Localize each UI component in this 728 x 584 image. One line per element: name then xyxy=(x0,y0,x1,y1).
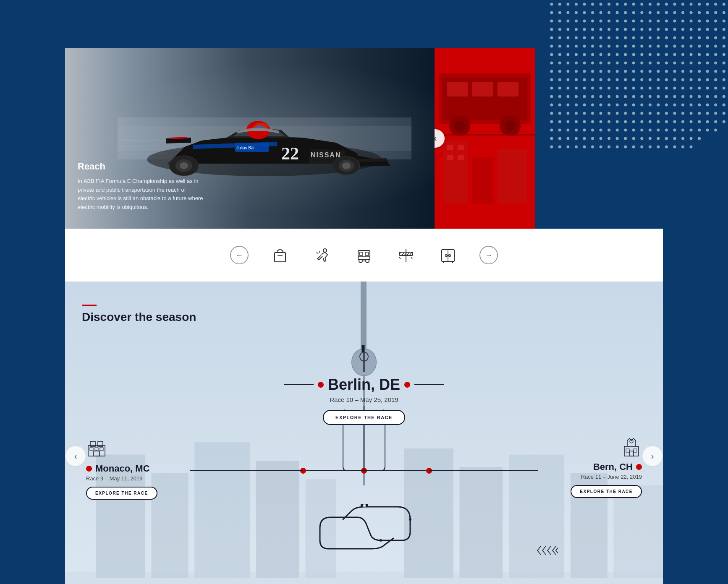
svg-rect-99 xyxy=(626,449,629,452)
monaco-icon xyxy=(86,437,157,460)
hero-section: 22 Julius Bär NISSAN Reach In xyxy=(65,48,663,229)
svg-rect-28 xyxy=(443,141,468,203)
shopping-bag-icon[interactable] xyxy=(270,245,291,266)
season-section: Discover the season xyxy=(65,282,663,584)
svg-rect-41 xyxy=(359,252,363,256)
svg-point-37 xyxy=(323,249,327,252)
race-map-container: ‹ xyxy=(65,336,663,576)
berlin-line-right xyxy=(414,384,444,385)
svg-rect-22 xyxy=(498,82,519,96)
svg-point-103 xyxy=(380,539,382,542)
svg-marker-111 xyxy=(555,546,558,555)
svg-point-84 xyxy=(426,468,432,474)
hero-text-overlay: Reach In ABB FIA Formula E Championship … xyxy=(78,161,204,212)
berlin-line-left xyxy=(284,384,314,385)
svg-point-102 xyxy=(409,518,411,521)
berlin-dot-right xyxy=(404,382,410,388)
speed-chevrons xyxy=(537,546,558,555)
bern-icon xyxy=(571,437,642,458)
svg-rect-93 xyxy=(94,451,100,456)
monaco-city-title: Monaco, MC xyxy=(86,463,157,474)
hero-description: In ABB FIA Formula E Championship as wel… xyxy=(78,177,204,212)
svg-text:Julius Bär: Julius Bär xyxy=(236,146,255,150)
race-track-outline xyxy=(297,498,431,563)
hero-red-panel: ‹ xyxy=(435,48,535,229)
icon-nav-next-button[interactable]: → xyxy=(479,246,498,264)
berlin-explore-wrapper: EXPLORE THE RACE xyxy=(284,410,444,425)
race-nav-prev-button[interactable]: ‹ xyxy=(65,446,86,467)
svg-rect-92 xyxy=(100,448,103,451)
arrow-right-icon: → xyxy=(485,251,492,260)
race-nav-right-icon: › xyxy=(651,451,654,461)
massage-relax-icon[interactable] xyxy=(312,245,333,266)
svg-rect-20 xyxy=(447,82,468,96)
svg-marker-109 xyxy=(547,546,551,555)
hero-title: Reach xyxy=(78,161,204,172)
race-barrier-icon[interactable] xyxy=(395,245,416,266)
bern-explore-button[interactable]: EXPLORE THE RACE xyxy=(571,485,642,498)
svg-line-53 xyxy=(409,252,412,256)
svg-rect-21 xyxy=(472,82,493,96)
storage-locker-icon[interactable] xyxy=(437,245,458,266)
svg-line-38 xyxy=(317,252,318,254)
svg-rect-106 xyxy=(366,504,368,507)
berlin-city-name: Berlin, DE xyxy=(328,376,400,394)
svg-line-54 xyxy=(399,257,401,259)
svg-point-82 xyxy=(300,468,306,474)
bern-race-date: Race 11 – June 22, 2019 xyxy=(571,474,642,480)
berlin-dot-left xyxy=(318,382,324,388)
icon-nav-prev-button[interactable]: ← xyxy=(230,246,249,264)
bern-dot xyxy=(636,464,642,470)
svg-line-52 xyxy=(407,252,409,256)
season-header-accent xyxy=(82,305,97,306)
svg-point-26 xyxy=(505,121,515,131)
svg-point-83 xyxy=(361,468,367,474)
svg-rect-34 xyxy=(458,155,464,160)
monaco-race-date: Race 9 – May 11, 2019 xyxy=(86,475,157,482)
berlin-title-row: Berlin, DE xyxy=(284,376,444,394)
svg-marker-108 xyxy=(542,546,546,555)
svg-line-39 xyxy=(319,251,320,253)
svg-point-25 xyxy=(455,121,465,131)
bern-explore-wrapper: EXPLORE THE RACE xyxy=(571,485,642,498)
svg-rect-90 xyxy=(90,448,93,451)
berlin-tower-icon xyxy=(284,345,444,374)
svg-rect-101 xyxy=(629,451,634,456)
svg-rect-27 xyxy=(435,134,535,136)
red-panel-svg xyxy=(435,48,535,229)
svg-rect-29 xyxy=(472,157,493,203)
svg-text:22: 22 xyxy=(281,144,299,163)
svg-rect-35 xyxy=(275,253,285,262)
red-panel-inner xyxy=(435,48,535,229)
svg-line-55 xyxy=(411,257,412,259)
svg-rect-33 xyxy=(447,155,453,160)
svg-marker-107 xyxy=(537,546,541,555)
svg-rect-32 xyxy=(458,145,464,150)
svg-rect-30 xyxy=(498,149,527,203)
berlin-explore-button[interactable]: EXPLORE THE RACE xyxy=(323,410,405,425)
monaco-dot xyxy=(86,466,92,472)
race-card-berlin: Berlin, DE Race 10 – May 25, 2019 EXPLOR… xyxy=(284,345,444,425)
race-nav-next-button[interactable]: › xyxy=(642,446,663,467)
bern-city-title: Bern, CH xyxy=(571,461,642,472)
season-heading: Discover the season xyxy=(82,310,663,324)
monaco-explore-button[interactable]: EXPLORE THE RACE xyxy=(86,487,157,500)
svg-rect-105 xyxy=(363,504,366,507)
svg-rect-42 xyxy=(365,252,369,256)
svg-text:NISSAN: NISSAN xyxy=(311,151,341,159)
season-header: Discover the season xyxy=(65,305,663,324)
arrow-left-icon: ← xyxy=(236,251,243,260)
icon-navigation-row: ← xyxy=(65,229,663,282)
svg-rect-100 xyxy=(634,449,637,452)
race-card-monaco: Monaco, MC Race 9 – May 11, 2019 EXPLORE… xyxy=(86,437,157,500)
hero-car-image: 22 Julius Bär NISSAN Reach In xyxy=(65,48,435,229)
berlin-race-date: Race 10 – May 25, 2019 xyxy=(284,396,444,403)
svg-rect-91 xyxy=(95,448,98,451)
race-card-bern: Bern, CH Race 11 – June 22, 2019 EXPLORE… xyxy=(571,437,642,498)
svg-rect-31 xyxy=(447,145,453,150)
svg-line-50 xyxy=(402,252,404,256)
svg-rect-104 xyxy=(361,504,363,507)
bus-icon[interactable] xyxy=(354,245,374,266)
race-nav-left-icon: ‹ xyxy=(74,451,77,461)
svg-point-6 xyxy=(342,162,351,169)
